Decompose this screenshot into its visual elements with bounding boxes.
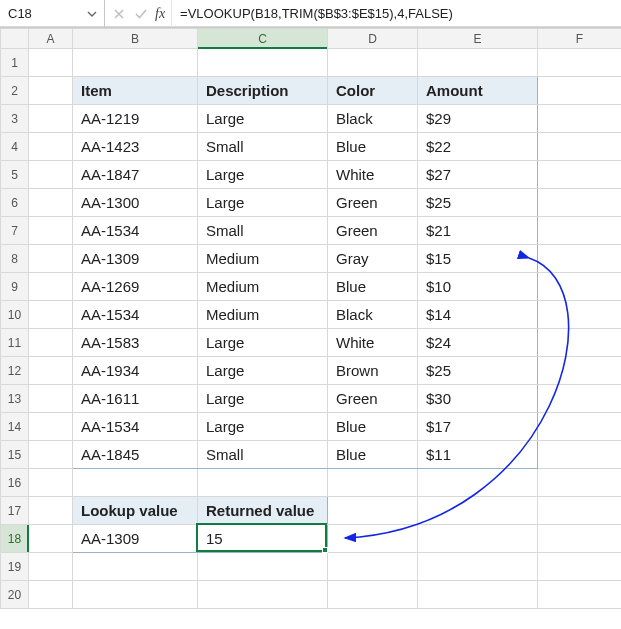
cell-F3[interactable]	[538, 105, 622, 133]
cell-E18[interactable]	[418, 525, 538, 553]
col-header-A[interactable]: A	[29, 29, 73, 49]
cell-A14[interactable]	[29, 413, 73, 441]
cell-A18[interactable]	[29, 525, 73, 553]
cell-D2[interactable]: Color	[328, 77, 418, 105]
cell-C3[interactable]: Large	[198, 105, 328, 133]
row-header-18[interactable]: 18	[1, 525, 29, 553]
cell-A16[interactable]	[29, 469, 73, 497]
col-header-F[interactable]: F	[538, 29, 622, 49]
cell-C14[interactable]: Large	[198, 413, 328, 441]
cell-B19[interactable]	[73, 553, 198, 581]
chevron-down-icon[interactable]	[84, 6, 100, 22]
confirm-icon[interactable]	[133, 6, 149, 22]
cell-F15[interactable]	[538, 441, 622, 469]
cell-D13[interactable]: Green	[328, 385, 418, 413]
row-header-14[interactable]: 14	[1, 413, 29, 441]
cell-B7[interactable]: AA-1534	[73, 217, 198, 245]
cell-D17[interactable]	[328, 497, 418, 525]
cell-A11[interactable]	[29, 329, 73, 357]
row-header-7[interactable]: 7	[1, 217, 29, 245]
cell-B11[interactable]: AA-1583	[73, 329, 198, 357]
cell-F16[interactable]	[538, 469, 622, 497]
row-header-13[interactable]: 13	[1, 385, 29, 413]
cell-B3[interactable]: AA-1219	[73, 105, 198, 133]
cell-A17[interactable]	[29, 497, 73, 525]
cell-F4[interactable]	[538, 133, 622, 161]
row-header-11[interactable]: 11	[1, 329, 29, 357]
cell-E16[interactable]	[418, 469, 538, 497]
cell-A9[interactable]	[29, 273, 73, 301]
spreadsheet[interactable]: A B C D E F 12ItemDescriptionColorAmount…	[0, 28, 621, 629]
cell-C12[interactable]: Large	[198, 357, 328, 385]
cell-A20[interactable]	[29, 581, 73, 609]
cell-F5[interactable]	[538, 161, 622, 189]
select-all-corner[interactable]	[1, 29, 29, 49]
cell-E20[interactable]	[418, 581, 538, 609]
cell-A4[interactable]	[29, 133, 73, 161]
cell-D19[interactable]	[328, 553, 418, 581]
cell-F18[interactable]	[538, 525, 622, 553]
row-header-8[interactable]: 8	[1, 245, 29, 273]
cell-A5[interactable]	[29, 161, 73, 189]
cell-D15[interactable]: Blue	[328, 441, 418, 469]
cell-A1[interactable]	[29, 49, 73, 77]
row-header-9[interactable]: 9	[1, 273, 29, 301]
cell-F10[interactable]	[538, 301, 622, 329]
cell-E15[interactable]: $11	[418, 441, 538, 469]
cell-F14[interactable]	[538, 413, 622, 441]
cell-D10[interactable]: Black	[328, 301, 418, 329]
cell-A15[interactable]	[29, 441, 73, 469]
cell-E8[interactable]: $15	[418, 245, 538, 273]
cell-C6[interactable]: Large	[198, 189, 328, 217]
cell-C17[interactable]: Returned value	[198, 497, 328, 525]
cell-D8[interactable]: Gray	[328, 245, 418, 273]
cell-F17[interactable]	[538, 497, 622, 525]
cell-D4[interactable]: Blue	[328, 133, 418, 161]
cell-C1[interactable]	[198, 49, 328, 77]
row-header-10[interactable]: 10	[1, 301, 29, 329]
cell-E1[interactable]	[418, 49, 538, 77]
row-header-2[interactable]: 2	[1, 77, 29, 105]
row-header-3[interactable]: 3	[1, 105, 29, 133]
cell-E4[interactable]: $22	[418, 133, 538, 161]
cell-F1[interactable]	[538, 49, 622, 77]
cell-D12[interactable]: Brown	[328, 357, 418, 385]
fx-icon[interactable]: fx	[155, 6, 165, 22]
cell-A19[interactable]	[29, 553, 73, 581]
cell-C2[interactable]: Description	[198, 77, 328, 105]
cell-E19[interactable]	[418, 553, 538, 581]
cell-F9[interactable]	[538, 273, 622, 301]
cell-A3[interactable]	[29, 105, 73, 133]
cell-D7[interactable]: Green	[328, 217, 418, 245]
cell-A6[interactable]	[29, 189, 73, 217]
row-header-6[interactable]: 6	[1, 189, 29, 217]
cell-E3[interactable]: $29	[418, 105, 538, 133]
cell-A10[interactable]	[29, 301, 73, 329]
cell-B6[interactable]: AA-1300	[73, 189, 198, 217]
cell-C8[interactable]: Medium	[198, 245, 328, 273]
cell-D3[interactable]: Black	[328, 105, 418, 133]
cell-E17[interactable]	[418, 497, 538, 525]
cell-F20[interactable]	[538, 581, 622, 609]
cell-F11[interactable]	[538, 329, 622, 357]
cell-D5[interactable]: White	[328, 161, 418, 189]
cell-A13[interactable]	[29, 385, 73, 413]
cell-B2[interactable]: Item	[73, 77, 198, 105]
cell-C9[interactable]: Medium	[198, 273, 328, 301]
cell-E14[interactable]: $17	[418, 413, 538, 441]
cell-B16[interactable]	[73, 469, 198, 497]
cell-D14[interactable]: Blue	[328, 413, 418, 441]
cell-D20[interactable]	[328, 581, 418, 609]
cell-B12[interactable]: AA-1934	[73, 357, 198, 385]
col-header-B[interactable]: B	[73, 29, 198, 49]
cell-E6[interactable]: $25	[418, 189, 538, 217]
cell-C20[interactable]	[198, 581, 328, 609]
row-header-17[interactable]: 17	[1, 497, 29, 525]
cell-E5[interactable]: $27	[418, 161, 538, 189]
cell-E2[interactable]: Amount	[418, 77, 538, 105]
cell-B1[interactable]	[73, 49, 198, 77]
cell-A7[interactable]	[29, 217, 73, 245]
cell-C18[interactable]: 15	[198, 525, 328, 553]
cell-C13[interactable]: Large	[198, 385, 328, 413]
row-header-19[interactable]: 19	[1, 553, 29, 581]
